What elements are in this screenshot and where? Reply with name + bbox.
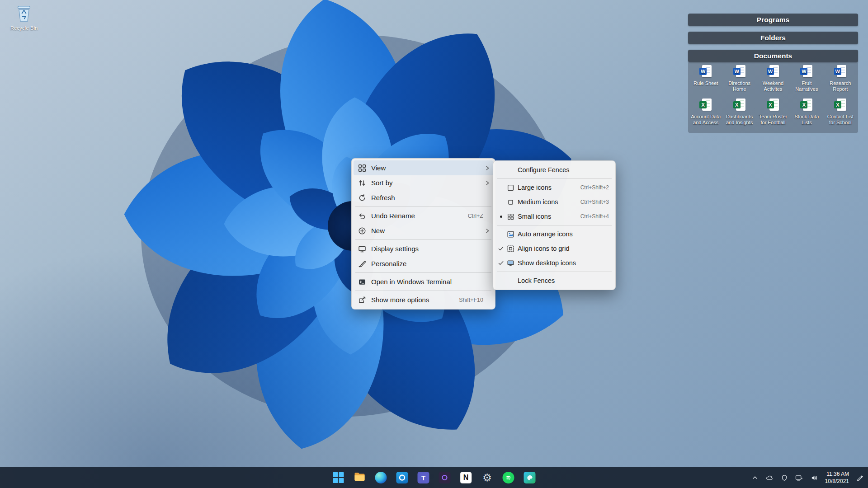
notion-button[interactable]: N (457, 469, 475, 487)
document-shortcut[interactable]: X Contact List for School (824, 99, 857, 132)
menu-item-undo-rename[interactable]: Undo Rename Ctrl+Z (354, 208, 493, 223)
submenu-item-shortcut: Ctrl+Shift+3 (580, 199, 609, 205)
document-shortcut[interactable]: X Account Data and Access (689, 99, 722, 132)
onedrive-cloud-icon[interactable] (764, 473, 775, 482)
submenu-item-label: Show desktop icons (518, 259, 609, 267)
settings-gear-icon: ⚙ (482, 473, 492, 483)
submenu-item-align-to-grid[interactable]: Align icons to grid (495, 241, 613, 256)
notion-icon: N (460, 472, 472, 483)
pen-icon[interactable] (855, 473, 864, 483)
undo-icon (357, 212, 367, 220)
windows-desktop: { "colors": { "menu_bg": "#f3f3f3", "men… (0, 0, 868, 488)
word-file-icon: W (733, 65, 746, 80)
document-label: Rule Sheet (693, 80, 718, 86)
document-shortcut[interactable]: X Team Roster for Football (756, 99, 790, 132)
display-icon (357, 245, 367, 253)
menu-item-personalize[interactable]: Personalize (354, 256, 493, 271)
taskbar: T N ⚙ (0, 467, 868, 488)
chevron-right-icon (483, 228, 491, 234)
document-shortcut[interactable]: W Rule Sheet (689, 65, 722, 99)
submenu-item-configure-fences[interactable]: Configure Fences (495, 163, 613, 177)
spotify-button[interactable] (500, 469, 518, 487)
fence-documents-header[interactable]: Documents (688, 50, 858, 62)
menu-item-show-more-options[interactable]: Show more options Shift+F10 (354, 292, 493, 307)
recycle-bin[interactable]: Recycle Bin (6, 4, 42, 31)
document-shortcut[interactable]: W Weekend Activites (756, 65, 790, 99)
document-label: Directions Home (723, 80, 755, 92)
word-file-icon: W (699, 65, 712, 80)
submenu-item-label: Medium icons (518, 198, 580, 206)
word-file-icon: W (834, 65, 847, 80)
document-label: Stock Data Lists (791, 114, 822, 126)
teams-icon: T (418, 472, 429, 483)
refresh-icon (357, 194, 367, 202)
large-icons-icon (505, 184, 516, 192)
radio-selected-icon (497, 216, 505, 218)
submenu-item-label: Align icons to grid (518, 245, 609, 252)
submenu-item-label: Small icons (518, 213, 580, 220)
menu-separator (355, 239, 491, 240)
outlook-icon (396, 472, 408, 483)
view-grid-icon (357, 164, 367, 172)
submenu-item-large-icons[interactable]: Large icons Ctrl+Shift+2 (495, 180, 613, 195)
volume-icon[interactable] (809, 473, 819, 483)
submenu-item-small-icons[interactable]: Small icons Ctrl+Shift+4 (495, 209, 613, 224)
document-shortcut[interactable]: X Stock Data Lists (790, 99, 823, 132)
start-button[interactable] (330, 469, 348, 487)
excel-file-icon: X (733, 99, 746, 113)
paint-button[interactable] (521, 469, 539, 487)
edge-button[interactable] (372, 469, 390, 487)
word-file-icon: W (800, 65, 813, 80)
document-label: Research Report (825, 80, 856, 92)
fence-documents-body: W Rule Sheet W Directions Home W Weekend… (688, 62, 858, 133)
submenu-item-show-desktop-icons[interactable]: Show desktop icons (495, 256, 613, 270)
tray-chevron-up-icon[interactable] (750, 473, 760, 482)
recycle-bin-icon (15, 16, 33, 24)
fence-folders-title: Folders (760, 34, 786, 42)
excel-file-icon: X (699, 99, 712, 113)
submenu-item-shortcut: Ctrl+Shift+4 (580, 213, 609, 220)
submenu-item-label: Large icons (518, 184, 580, 191)
auto-arrange-icon (505, 230, 516, 238)
menu-item-label: Sort by (371, 179, 483, 187)
menu-item-new[interactable]: New (354, 223, 493, 238)
document-label: Team Roster for Football (757, 114, 789, 126)
fence-folders-header[interactable]: Folders (688, 32, 858, 44)
submenu-item-lock-fences[interactable]: Lock Fences (495, 273, 613, 288)
paint-icon (524, 472, 536, 483)
menu-separator (355, 272, 491, 273)
tray-time: 11:36 AM (825, 470, 849, 478)
network-icon[interactable] (794, 473, 804, 483)
submenu-item-label: Auto arrange icons (518, 230, 609, 238)
menu-item-view[interactable]: View (354, 160, 493, 175)
fence-programs-header[interactable]: Programs (688, 14, 858, 26)
file-explorer-button[interactable] (351, 469, 369, 487)
document-shortcut[interactable]: W Directions Home (722, 65, 756, 99)
document-label: Weekend Activites (757, 80, 789, 92)
submenu-item-medium-icons[interactable]: Medium icons Ctrl+Shift+3 (495, 195, 613, 209)
settings-button[interactable]: ⚙ (478, 469, 496, 487)
tray-clock[interactable]: 11:36 AM 10/8/2021 (824, 470, 850, 485)
document-shortcut[interactable]: X Dashboards and Insights (722, 99, 756, 132)
menu-item-shortcut: Ctrl+Z (468, 213, 483, 219)
menu-item-open-terminal[interactable]: Open in Windows Terminal (354, 274, 493, 289)
teams-button[interactable]: T (415, 469, 433, 487)
outlook-button[interactable] (393, 469, 411, 487)
security-shield-icon[interactable] (780, 473, 789, 483)
windows-logo-icon (333, 472, 344, 483)
menu-item-sort-by[interactable]: Sort by (354, 175, 493, 190)
align-grid-icon (505, 245, 516, 253)
chevron-right-icon (483, 180, 491, 186)
menu-item-shortcut: Shift+F10 (459, 297, 483, 303)
new-plus-icon (357, 227, 367, 235)
document-label: Dashboards and Insights (723, 114, 755, 126)
submenu-item-shortcut: Ctrl+Shift+2 (580, 184, 609, 191)
submenu-item-auto-arrange[interactable]: Auto arrange icons (495, 227, 613, 241)
menu-item-display-settings[interactable]: Display settings (354, 241, 493, 256)
menu-item-refresh[interactable]: Refresh (354, 190, 493, 205)
menu-item-label: New (371, 227, 483, 235)
app-purple-button[interactable] (436, 469, 454, 487)
document-shortcut[interactable]: W Fruit Narratives (790, 65, 823, 99)
excel-file-icon: X (834, 99, 847, 113)
document-shortcut[interactable]: W Research Report (824, 65, 857, 99)
